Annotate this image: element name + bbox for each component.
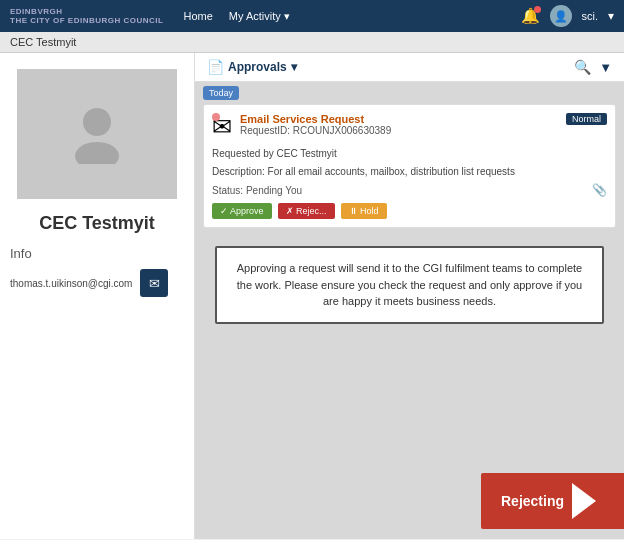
notification-dot — [534, 6, 541, 13]
email-row: thomas.t.uikinson@cgi.com ✉ — [10, 269, 168, 297]
svg-point-1 — [75, 142, 119, 164]
request-title: Email Services Request — [240, 113, 607, 125]
username-label: sci. — [582, 10, 599, 22]
info-section-label: Info — [10, 246, 32, 261]
request-status-row: Status: Pending You 📎 — [212, 183, 607, 197]
nav-right: 🔔 👤 sci. ▾ — [521, 5, 615, 27]
logo-line1: EDINBVRGH — [10, 7, 163, 16]
requested-by: Requested by CEC Testmyit — [212, 147, 607, 161]
nav-links: Home My Activity ▾ — [183, 10, 289, 23]
hold-button[interactable]: ⏸ Hold — [341, 203, 387, 219]
bell-icon[interactable]: 🔔 — [521, 7, 540, 25]
rejecting-button[interactable]: Rejecting — [481, 473, 624, 529]
request-actions: ✓ Approve ✗ Rejec... ⏸ Hold — [212, 203, 607, 219]
email-text: thomas.t.uikinson@cgi.com — [10, 278, 132, 289]
approval-tooltip: Approving a request will send it to the … — [215, 246, 604, 324]
right-panel: 📄 Approvals ▾ 🔍 ▼ Today ✉ Email Services… — [195, 53, 624, 539]
my-activity-link[interactable]: My Activity ▾ — [229, 10, 290, 23]
request-card-header: ✉ Email Services Request RequestID: RCOU… — [212, 113, 607, 141]
request-id: RequestID: RCOUNJX006630389 — [240, 125, 607, 136]
filter-icon[interactable]: ▼ — [599, 60, 612, 75]
approvals-chevron[interactable]: ▾ — [291, 60, 297, 74]
top-navigation: EDINBVRGH THE CITY OF EDINBURGH COUNCIL … — [0, 0, 624, 32]
request-envelope-icon: ✉ — [212, 113, 232, 141]
username-chevron: ▾ — [608, 9, 614, 23]
breadcrumb: CEC Testmyit — [0, 32, 624, 53]
home-link[interactable]: Home — [183, 10, 212, 22]
request-card: ✉ Email Services Request RequestID: RCOU… — [203, 104, 616, 228]
search-icon[interactable]: 🔍 — [574, 59, 591, 75]
approvals-actions: 🔍 ▼ — [574, 59, 612, 75]
rejecting-label: Rejecting — [501, 493, 564, 509]
email-button[interactable]: ✉ — [140, 269, 168, 297]
svg-marker-2 — [572, 483, 596, 519]
approvals-doc-icon: 📄 — [207, 59, 224, 75]
svg-point-0 — [83, 108, 111, 136]
priority-badge: Normal — [566, 113, 607, 125]
approvals-label[interactable]: Approvals — [228, 60, 287, 74]
profile-name: CEC Testmyit — [39, 213, 155, 234]
request-title-area: Email Services Request RequestID: RCOUNJ… — [240, 113, 607, 136]
reject-button[interactable]: ✗ Rejec... — [278, 203, 335, 219]
logo-line2: THE CITY OF EDINBURGH COUNCIL — [10, 16, 163, 25]
approvals-header: 📄 Approvals ▾ 🔍 ▼ — [195, 53, 624, 82]
my-activity-chevron: ▾ — [284, 10, 290, 22]
status-text: Status: Pending You — [212, 185, 302, 196]
tooltip-text: Approving a request will send it to the … — [237, 262, 583, 307]
left-panel: CEC Testmyit Info thomas.t.uikinson@cgi.… — [0, 53, 195, 539]
approvals-title: 📄 Approvals ▾ — [207, 59, 297, 75]
profile-avatar-icon — [72, 104, 122, 164]
logo: EDINBVRGH THE CITY OF EDINBURGH COUNCIL — [10, 7, 163, 25]
rejecting-arrow-icon — [572, 483, 608, 519]
approve-button[interactable]: ✓ Approve — [212, 203, 272, 219]
request-description: Description: For all email accounts, mai… — [212, 165, 607, 179]
avatar[interactable]: 👤 — [550, 5, 572, 27]
main-layout: CEC Testmyit Info thomas.t.uikinson@cgi.… — [0, 53, 624, 539]
today-badge-row: Today — [195, 82, 624, 100]
today-badge: Today — [203, 86, 239, 100]
profile-photo — [17, 69, 177, 199]
attachment-icon: 📎 — [592, 183, 607, 197]
